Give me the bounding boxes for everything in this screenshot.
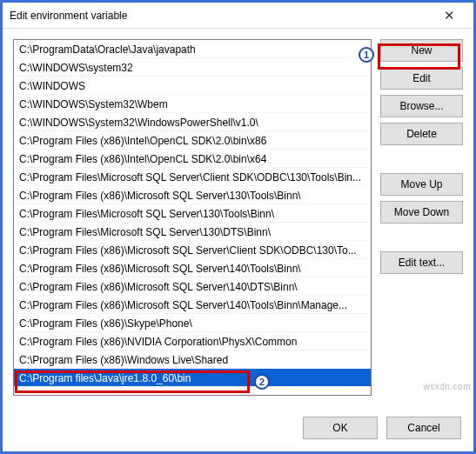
- list-item[interactable]: C:\WINDOWS: [14, 77, 371, 95]
- list-item[interactable]: C:\Program Files (x86)\Microsoft SQL Ser…: [14, 296, 371, 314]
- ok-button[interactable]: OK: [303, 417, 378, 439]
- move-down-button[interactable]: Move Down: [380, 201, 463, 224]
- list-item[interactable]: C:\WINDOWS\System32\Wbem: [14, 95, 371, 113]
- path-listbox[interactable]: C:\ProgramData\Oracle\Java\javapathC:\WI…: [13, 39, 372, 396]
- bottom-bar: OK Cancel: [3, 408, 473, 451]
- client-area: C:\ProgramData\Oracle\Java\javapathC:\WI…: [3, 29, 473, 408]
- list-item[interactable]: C:\Program Files (x86)\Microsoft SQL Ser…: [14, 241, 371, 259]
- new-button[interactable]: New: [380, 39, 463, 62]
- list-item[interactable]: C:\Program Files (x86)\NVIDIA Corporatio…: [14, 332, 371, 351]
- list-item[interactable]: C:\Program Files (x86)\Intel\OpenCL SDK\…: [14, 131, 371, 150]
- list-item[interactable]: C:\Program Files\Microsoft SQL Server\13…: [14, 223, 371, 241]
- list-item[interactable]: C:\Program Files (x86)\Windows Live\Shar…: [14, 351, 371, 369]
- edit-button[interactable]: Edit: [380, 67, 463, 90]
- move-up-button[interactable]: Move Up: [380, 173, 463, 196]
- list-item[interactable]: C:\WINDOWS\System32\WindowsPowerShell\v1…: [14, 113, 371, 131]
- spacer: [380, 229, 463, 246]
- list-item[interactable]: C:\WINDOWS\system32: [14, 58, 371, 77]
- spacer: [380, 150, 463, 168]
- list-item[interactable]: C:\Program Files (x86)\Microsoft SQL Ser…: [14, 259, 371, 277]
- delete-button[interactable]: Delete: [380, 123, 463, 145]
- dialog-window: Edit environment variable ✕ C:\ProgramDa…: [0, 0, 476, 454]
- titlebar: Edit environment variable ✕: [3, 3, 473, 29]
- browse-button[interactable]: Browse...: [380, 95, 463, 117]
- list-item[interactable]: C:\Program files\Java\jre1.8.0_60\bin: [14, 369, 371, 387]
- edit-text-button[interactable]: Edit text...: [380, 251, 463, 274]
- close-icon[interactable]: ✕: [432, 8, 466, 23]
- list-item[interactable]: C:\Program Files (x86)\Microsoft SQL Ser…: [14, 277, 371, 296]
- side-button-column: New Edit Browse... Delete Move Up Move D…: [380, 39, 463, 404]
- window-title: Edit environment variable: [10, 10, 432, 22]
- list-item[interactable]: C:\ProgramData\Oracle\Java\javapath: [14, 40, 371, 58]
- list-item[interactable]: C:\Program Files\Microsoft SQL Server\Cl…: [14, 168, 371, 186]
- list-item[interactable]: C:\Program Files\Microsoft SQL Server\13…: [14, 204, 371, 223]
- cancel-button[interactable]: Cancel: [386, 417, 461, 439]
- list-item[interactable]: C:\Program Files (x86)\Intel\OpenCL SDK\…: [14, 150, 371, 168]
- list-item[interactable]: C:\Program Files (x86)\Microsoft SQL Ser…: [14, 186, 371, 204]
- list-item[interactable]: C:\Program Files (x86)\Skype\Phone\: [14, 314, 371, 332]
